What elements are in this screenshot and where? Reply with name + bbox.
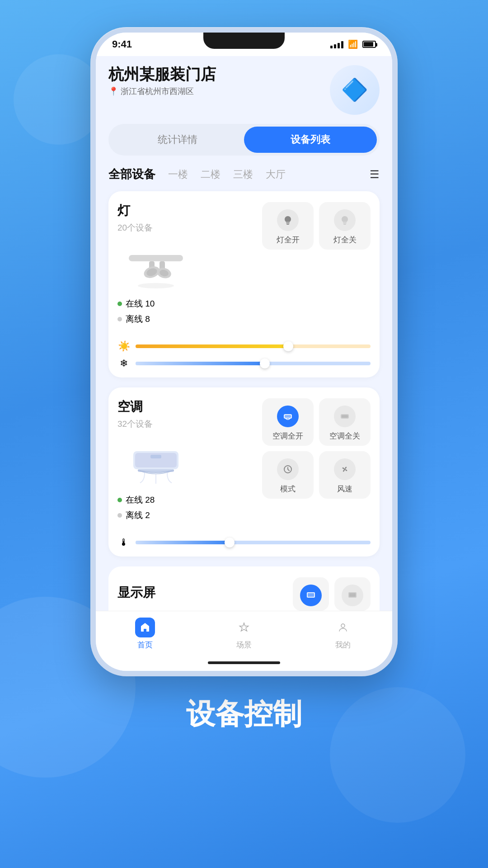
ac-status-row: 在线 28 离线 2 — [117, 494, 258, 521]
online-dot — [117, 302, 122, 306]
location-row: 📍 浙江省杭州市西湖区 — [108, 86, 216, 97]
light-cool-slider: ❄ — [117, 358, 371, 369]
light-warm-slider: ☀️ — [117, 340, 371, 352]
display-card-left: 显示屏 — [117, 584, 293, 604]
ac-card-main: 空调 32个设备 — [108, 387, 380, 530]
light-device-card: 灯 20个设备 — [108, 191, 380, 377]
battery-icon — [362, 41, 376, 48]
floor-lobby[interactable]: 大厅 — [266, 168, 286, 181]
nav-profile-label: 我的 — [335, 640, 351, 650]
warm-track[interactable] — [136, 344, 371, 348]
light-on-label: 灯全开 — [277, 235, 300, 245]
light-card-right: 灯全开 灯全关 — [262, 202, 371, 325]
ac-device-card: 空调 32个设备 — [108, 387, 380, 557]
ac-mode-icon — [277, 458, 299, 480]
floor-menu-icon[interactable]: ☰ — [370, 168, 380, 181]
online-label: 在线 10 — [126, 298, 155, 310]
page-title-section: 设备控制 — [186, 694, 302, 734]
svg-rect-17 — [285, 415, 291, 418]
ac-device-name: 空调 — [117, 398, 258, 415]
svg-rect-19 — [342, 415, 348, 418]
svg-point-20 — [344, 468, 346, 470]
store-info: 杭州某服装门店 📍 浙江省杭州市西湖区 — [108, 65, 216, 97]
light-off-label: 灯全关 — [333, 235, 357, 245]
light-device-name: 灯 — [117, 202, 258, 219]
svg-rect-8 — [286, 222, 290, 223]
display-off-icon — [342, 585, 363, 606]
display-on-icon — [300, 585, 322, 606]
home-indicator — [96, 655, 392, 671]
light-card-left: 灯 20个设备 — [117, 202, 262, 325]
ac-on-label: 空调全开 — [272, 431, 303, 441]
app-content: 杭州某服装门店 📍 浙江省杭州市西湖区 🔷 统计详情 设备列表 全部设备 一楼 — [96, 56, 392, 611]
ac-fan-btn[interactable]: 风速 — [319, 451, 371, 499]
ac-mode-btn[interactable]: 模式 — [262, 451, 314, 499]
display-off-btn[interactable] — [334, 577, 371, 611]
status-time: 9:41 — [112, 38, 132, 50]
ac-card-right: 空调全开 空调全关 — [262, 398, 371, 521]
nav-home[interactable]: 首页 — [135, 618, 155, 650]
svg-rect-11 — [343, 224, 346, 225]
page-main-title: 设备控制 — [186, 698, 302, 730]
ac-all-off-btn[interactable]: 空调全关 — [319, 398, 371, 446]
ac-card-left: 空调 32个设备 — [117, 398, 262, 521]
status-bar: 9:41 📶 — [96, 33, 392, 56]
display-device-card: 显示屏 — [108, 566, 380, 611]
cool-icon: ❄ — [117, 358, 130, 369]
svg-rect-9 — [286, 224, 289, 225]
tab-stats[interactable]: 统计详情 — [111, 127, 244, 153]
location-text: 浙江省杭州市西湖区 — [121, 86, 194, 97]
ac-offline-dot — [117, 513, 122, 518]
light-offline-status: 离线 8 — [117, 313, 258, 325]
ac-on-icon — [277, 406, 299, 427]
light-card-main: 灯 20个设备 — [108, 191, 380, 334]
light-device-image — [117, 244, 194, 293]
cool-track[interactable] — [136, 362, 371, 365]
ac-fan-icon — [334, 458, 356, 480]
home-bar — [208, 661, 280, 664]
bottom-nav: 首页 场景 我的 — [96, 611, 392, 655]
light-off-icon — [334, 209, 356, 231]
svg-rect-10 — [343, 222, 347, 223]
ac-temp-slider: 🌡 — [117, 537, 371, 548]
tab-device-list[interactable]: 设备列表 — [244, 127, 377, 153]
floor-filter: 全部设备 一楼 二楼 三楼 大厅 ☰ — [108, 166, 380, 182]
ac-control-buttons: 空调全开 空调全关 — [262, 398, 371, 446]
ac-slider-area: 🌡 — [108, 530, 380, 557]
floor-all[interactable]: 全部设备 — [108, 166, 155, 182]
ac-off-icon — [334, 406, 356, 427]
ac-off-label: 空调全关 — [329, 431, 360, 441]
light-device-count: 20个设备 — [117, 222, 258, 234]
temp-icon: 🌡 — [117, 537, 130, 548]
light-all-off-btn[interactable]: 灯全关 — [319, 202, 371, 250]
floor-1[interactable]: 一楼 — [168, 168, 188, 181]
store-name: 杭州某服装门店 — [108, 65, 216, 84]
status-icons: 📶 — [330, 39, 376, 49]
temp-track[interactable] — [136, 541, 371, 544]
display-on-btn[interactable] — [293, 577, 329, 611]
svg-rect-1 — [129, 255, 183, 261]
notch — [203, 33, 285, 49]
phone-screen: 9:41 📶 杭州某服装门店 — [96, 33, 392, 671]
svg-point-25 — [341, 624, 345, 627]
ac-online-dot — [117, 498, 122, 502]
header: 杭州某服装门店 📍 浙江省杭州市西湖区 🔷 — [108, 65, 380, 115]
nav-profile[interactable]: 我的 — [333, 618, 353, 650]
ac-offline-label: 离线 2 — [126, 509, 150, 521]
ac-offline-status: 离线 2 — [117, 509, 258, 521]
warm-icon: ☀️ — [117, 340, 130, 352]
light-status-row: 在线 10 离线 8 — [117, 298, 258, 325]
ac-device-count: 32个设备 — [117, 418, 258, 430]
nav-scene[interactable]: 场景 — [234, 618, 254, 650]
light-control-buttons: 灯全开 灯全关 — [262, 202, 371, 250]
floor-2[interactable]: 二楼 — [201, 168, 221, 181]
light-all-on-btn[interactable]: 灯全开 — [262, 202, 314, 250]
svg-point-0 — [138, 283, 174, 288]
ac-fan-label: 风速 — [337, 484, 352, 494]
offline-label: 离线 8 — [126, 313, 150, 325]
ac-online-label: 在线 28 — [126, 494, 155, 506]
ac-all-on-btn[interactable]: 空调全开 — [262, 398, 314, 446]
ac-online-status: 在线 28 — [117, 494, 258, 506]
floor-3[interactable]: 三楼 — [233, 168, 253, 181]
svg-rect-22 — [308, 593, 314, 597]
